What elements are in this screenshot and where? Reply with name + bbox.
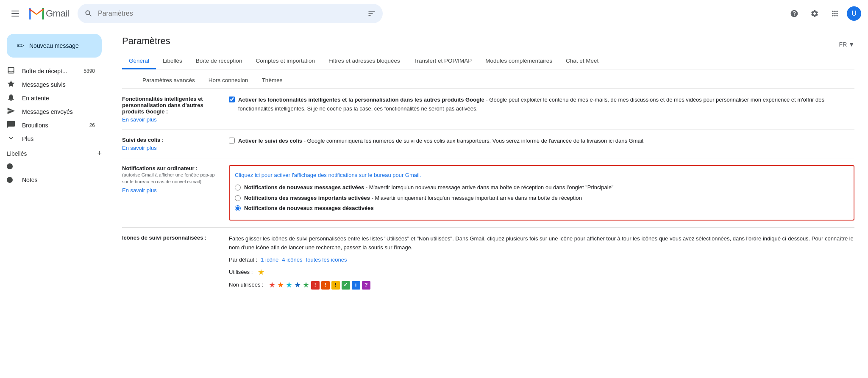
mark-unused-red-ex[interactable]: !	[311, 281, 320, 290]
sidebar-item-notes[interactable]: Notes	[0, 173, 102, 187]
search-bar[interactable]	[78, 4, 383, 23]
avatar[interactable]: U	[847, 6, 861, 21]
setting-label-smart-features-other: Fonctionnalités intelligentes et personn…	[122, 96, 215, 123]
mark-unused-blue-info[interactable]: i	[352, 281, 360, 290]
sidebar-snoozed-label: En attente	[22, 95, 95, 102]
unused-icons-row: Non utilisées : ★ ★ ★ ★ ★ ! ! ! ✓ i ?	[229, 279, 854, 291]
sidebar-item-label1[interactable]	[0, 160, 102, 173]
radio-notif-new-messages-off[interactable]	[235, 205, 241, 211]
svg-rect-2	[11, 16, 19, 17]
menu-icon[interactable]	[7, 5, 24, 22]
mark-unused-orange-ex[interactable]: !	[321, 281, 330, 290]
setting-value-notifications: Cliquez ici pour activer l'affichage des…	[229, 165, 854, 221]
sidebar-inbox-label: Boîte de récept...	[22, 68, 77, 74]
page-title: Paramètres	[122, 36, 170, 47]
icons-link-all[interactable]: toutes les icônes	[306, 256, 347, 265]
learn-more-notifications[interactable]: En savoir plus	[122, 187, 215, 193]
radio-notif-off: Notifications de nouveaux messages désac…	[235, 204, 849, 213]
fr-button[interactable]: FR ▼	[839, 41, 854, 48]
subtab-advanced[interactable]: Paramètres avancés	[136, 73, 202, 89]
tab-forwarding[interactable]: Transfert et POP/IMAP	[407, 53, 479, 69]
layout: ✏ Nouveau message Boîte de récept... 589…	[0, 27, 868, 378]
setting-row-custom-icons: Icônes de suivi personnalisées : Faites …	[122, 228, 854, 299]
tab-inbox[interactable]: Boîte de réception	[189, 53, 249, 69]
tab-accounts[interactable]: Comptes et importation	[249, 53, 322, 69]
used-icons-row: Utilisées : ★	[229, 266, 854, 279]
search-icon	[84, 9, 93, 18]
tab-addons[interactable]: Modules complémentaires	[479, 53, 559, 69]
star-unused-red[interactable]: ★	[269, 279, 275, 291]
sidebar-drafts-label: Brouillons	[22, 122, 83, 129]
svg-rect-0	[11, 11, 19, 11]
sidebar: ✏ Nouveau message Boîte de récept... 589…	[0, 27, 108, 378]
inbox-icon	[7, 66, 15, 77]
radio-notif-important-on: Notifications des messages importants ac…	[235, 194, 849, 203]
star-unused-orange[interactable]: ★	[277, 279, 284, 291]
setting-value-smart-features-other: Activer les fonctionnalités intelligente…	[229, 96, 854, 123]
learn-more-package[interactable]: En savoir plus	[122, 145, 215, 151]
tab-chat[interactable]: Chat et Meet	[559, 53, 605, 69]
setting-row-package-tracking: Suivi des colis : En savoir plus Activer…	[122, 130, 854, 158]
sidebar-item-sent[interactable]: Messages envoyés	[0, 105, 102, 119]
more-icon	[7, 134, 15, 144]
help-icon[interactable]	[786, 5, 803, 22]
sidebar-item-snoozed[interactable]: En attente	[0, 91, 102, 105]
sidebar-item-more[interactable]: Plus	[0, 132, 102, 146]
tab-labels[interactable]: Libellés	[156, 53, 189, 69]
checkbox-package[interactable]	[229, 138, 235, 143]
starred-icon	[7, 80, 15, 90]
sidebar-sent-label: Messages envoyés	[22, 108, 95, 115]
topbar-right: U	[786, 5, 861, 22]
svg-rect-1	[11, 13, 19, 14]
star-used-gold[interactable]: ★	[258, 266, 264, 279]
compose-icon: ✏	[17, 41, 24, 51]
snoozed-icon	[7, 93, 15, 104]
checkbox-smart-other[interactable]	[229, 97, 235, 102]
icons-default-row: Par défaut : 1 icône 4 icônes toutes les…	[229, 256, 854, 265]
setting-row-notifications: Notifications sur ordinateur : (autorise…	[122, 158, 854, 228]
setting-value-package-tracking: Activer le suivi des colis - Google comm…	[229, 137, 854, 151]
subtab-themes[interactable]: Thèmes	[255, 73, 289, 89]
sent-icon	[7, 107, 15, 117]
settings-header: Paramètres FR ▼ Général Libellés Boîte d…	[108, 27, 868, 89]
label1-dot	[7, 163, 15, 169]
labels-section: Libellés +	[0, 146, 108, 160]
add-label-icon[interactable]: +	[97, 149, 102, 158]
gmail-logo: Gmail	[29, 8, 69, 19]
tab-general[interactable]: Général	[122, 53, 156, 69]
mark-unused-purple-q[interactable]: ?	[362, 281, 370, 290]
apps-icon[interactable]	[826, 5, 843, 22]
radio-notif-important-messages-on[interactable]	[235, 195, 241, 201]
gmail-text: Gmail	[46, 8, 69, 19]
learn-more-smart-other[interactable]: En savoir plus	[122, 116, 215, 123]
setting-label-package-tracking: Suivi des colis : En savoir plus	[122, 137, 215, 151]
star-unused-cyan[interactable]: ★	[286, 279, 292, 291]
subtabs-row: Paramètres avancés Hors connexion Thèmes	[122, 69, 854, 89]
radio-notif-new-messages-on[interactable]	[235, 185, 241, 190]
checkbox-row-smart-other: Activer les fonctionnalités intelligente…	[229, 96, 854, 113]
notification-box: Cliquez ici pour activer l'affichage des…	[229, 165, 854, 221]
tab-filters[interactable]: Filtres et adresses bloquées	[322, 53, 407, 69]
sidebar-item-drafts[interactable]: Brouillons 26	[0, 119, 102, 132]
drafts-icon	[7, 120, 15, 131]
compose-button[interactable]: ✏ Nouveau message	[7, 34, 102, 58]
search-input[interactable]	[98, 10, 362, 17]
star-unused-blue[interactable]: ★	[294, 279, 301, 291]
sidebar-item-starred[interactable]: Messages suivis	[0, 78, 102, 91]
topbar: Gmail U	[0, 0, 868, 27]
setting-label-custom-icons: Icônes de suivi personnalisées :	[122, 235, 215, 292]
mark-unused-green-check[interactable]: ✓	[342, 281, 350, 290]
sidebar-item-inbox[interactable]: Boîte de récept... 5890	[0, 64, 102, 78]
main-content: Paramètres FR ▼ Général Libellés Boîte d…	[108, 27, 868, 378]
icons-link-1[interactable]: 1 icône	[261, 256, 278, 265]
setting-value-custom-icons: Faites glisser les icônes de suivi perso…	[229, 235, 854, 292]
search-options-icon[interactable]	[367, 9, 376, 18]
icons-link-4[interactable]: 4 icônes	[282, 256, 302, 265]
sidebar-drafts-count: 26	[89, 122, 95, 128]
mark-unused-yellow-ex[interactable]: !	[331, 281, 340, 290]
notification-link[interactable]: Cliquez ici pour activer l'affichage des…	[235, 171, 849, 180]
settings-icon[interactable]	[806, 5, 823, 22]
sidebar-inbox-count: 5890	[83, 68, 95, 74]
subtab-offline[interactable]: Hors connexion	[202, 73, 255, 89]
star-unused-green[interactable]: ★	[303, 279, 309, 291]
